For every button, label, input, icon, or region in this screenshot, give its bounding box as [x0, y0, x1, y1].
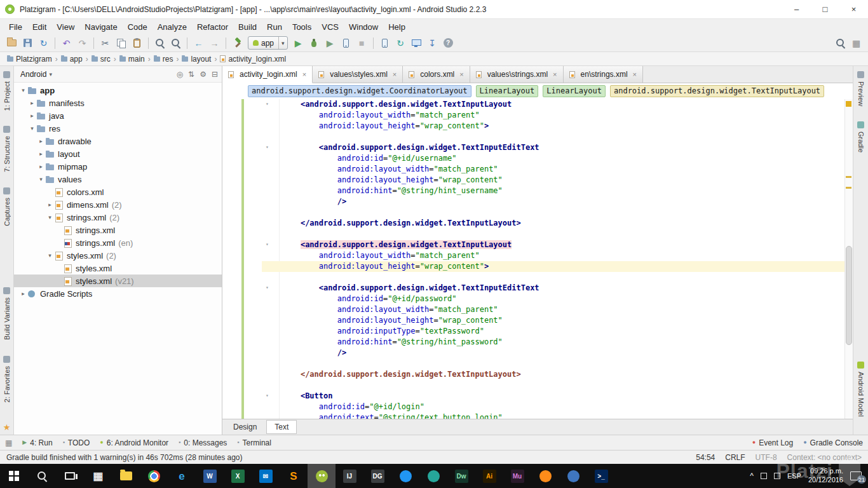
tag-chip-android-support-design-widget-textinputlayout[interactable]: android.support.design.widget.TextInputL… [610, 85, 824, 97]
app-grid[interactable]: ▦ [84, 464, 112, 488]
task-view-button[interactable] [56, 464, 84, 488]
code-line-22[interactable]: android:inputType="textPassword" [222, 326, 853, 337]
network-icon[interactable] [761, 473, 767, 479]
find-icon[interactable] [152, 36, 168, 51]
editor-tab-colors-xml[interactable]: colors.xml× [403, 66, 470, 83]
fold-marker-icon[interactable]: ▾ [266, 285, 275, 291]
tool-strip-android-model[interactable]: Android Model [857, 362, 865, 417]
tag-chip-linearlayout[interactable]: LinearLayout [543, 85, 606, 97]
close-icon[interactable]: × [459, 71, 463, 78]
code-line-8[interactable]: android:layout_height="wrap_content" [222, 175, 853, 186]
tray-expand-icon[interactable]: ^ [750, 471, 754, 480]
sublime-text[interactable]: S [280, 464, 308, 488]
settings-icon[interactable]: ⚙ [200, 70, 207, 79]
code-line-3[interactable]: android:layout_height="wrap_content"> [222, 121, 853, 132]
breadcrumb-res[interactable]: res [152, 54, 175, 64]
menu-help[interactable]: Help [383, 21, 410, 33]
run-icon[interactable]: ▶ [290, 36, 306, 51]
stop-icon[interactable]: ■ [354, 36, 370, 51]
edge[interactable]: e [168, 464, 196, 488]
expand-arrow-icon[interactable]: ▾ [19, 87, 27, 93]
tree-item-values[interactable]: ▾values [14, 173, 222, 186]
tool-strip-7-structure[interactable]: 7: Structure [3, 126, 11, 172]
tree-item-res[interactable]: ▾res [14, 122, 222, 135]
tool-strip-preview[interactable]: Preview [857, 71, 865, 106]
debug-icon[interactable] [306, 36, 322, 51]
breadcrumb-main[interactable]: main [118, 54, 147, 64]
breadcrumb-src[interactable]: src [90, 54, 112, 64]
collapse-all-icon[interactable]: ⇅ [188, 70, 194, 79]
save-all-icon[interactable] [20, 36, 36, 51]
close-button[interactable]: × [839, 0, 868, 18]
tree-item-colors-xml[interactable]: colors.xml [14, 186, 222, 198]
code-line-23[interactable]: android:hint="@string/hint_password" [222, 337, 853, 348]
code-line-27[interactable] [222, 380, 853, 391]
volume-icon[interactable] [774, 473, 780, 479]
code-line-9[interactable]: android:hint="@string/hint_username" [222, 186, 853, 196]
expand-arrow-icon[interactable]: ▾ [28, 125, 36, 132]
menu-tools[interactable]: Tools [287, 21, 316, 33]
expand-arrow-icon[interactable]: ▾ [46, 214, 54, 220]
menu-code[interactable]: Code [123, 21, 153, 33]
code-line-11[interactable] [222, 207, 853, 218]
run-config-combo[interactable]: app▾ [248, 36, 288, 50]
locate-source-icon[interactable]: ◎ [177, 70, 183, 79]
editor-tab-activity-login-xml[interactable]: activity_login.xml× [222, 66, 313, 83]
redo-icon[interactable]: ↷ [74, 36, 90, 51]
warning-stripe-mark[interactable] [846, 187, 851, 189]
maximize-button[interactable]: □ [811, 0, 839, 18]
code-line-19[interactable]: android:id="@+id/password" [222, 294, 853, 304]
expand-arrow-icon[interactable]: ▸ [37, 151, 45, 157]
excel[interactable]: X [224, 464, 252, 488]
open-icon[interactable] [4, 36, 20, 51]
avd-manager-icon[interactable] [377, 36, 393, 51]
muse[interactable]: Mu [503, 464, 531, 488]
breadcrumb-app[interactable]: app [59, 54, 85, 64]
undo-icon[interactable]: ↶ [58, 36, 74, 51]
sdk-manager-icon[interactable]: ↧ [424, 36, 440, 51]
code-line-25[interactable] [222, 358, 853, 369]
tree-item-styles-xml-2[interactable]: ▾styles.xml(2) [14, 249, 222, 262]
menu-refactor[interactable]: Refactor [192, 21, 233, 33]
hide-panel-icon[interactable]: ⊟ [212, 70, 218, 79]
code-line-14[interactable]: ▾ <android.support.design.widget.TextInp… [222, 240, 853, 250]
expand-arrow-icon[interactable]: ▸ [19, 290, 27, 297]
search-button[interactable] [28, 464, 56, 488]
file-explorer[interactable] [112, 464, 140, 488]
breadcrumb-activity-login-xml[interactable]: activity_login.xml [218, 54, 288, 64]
layout-inspector-icon[interactable] [409, 36, 424, 51]
tool-strip-gradle[interactable]: Gradle [857, 121, 865, 152]
tree-item-dimens-xml-2[interactable]: ▸dimens.xml(2) [14, 198, 222, 211]
menu-vcs[interactable]: VCS [316, 21, 344, 33]
back-icon[interactable]: ← [191, 36, 207, 51]
toolwindow-6-android-monitor[interactable]: ●6: Android Monitor [100, 438, 168, 447]
code-line-24[interactable]: /> [222, 348, 853, 358]
warning-stripe-mark[interactable] [846, 176, 851, 178]
chevron-down-icon[interactable]: ▾ [278, 37, 287, 49]
close-icon[interactable]: × [633, 71, 637, 78]
menu-window[interactable]: Window [344, 21, 383, 33]
intellij-idea[interactable]: IJ [336, 464, 363, 488]
tree-item-strings-xml[interactable]: strings.xml [14, 224, 222, 236]
toolwindow-event-log[interactable]: ●Event Log [752, 438, 793, 447]
fold-marker-icon[interactable]: ▾ [266, 241, 275, 248]
menu-edit[interactable]: Edit [27, 21, 51, 33]
start-button[interactable] [0, 464, 28, 488]
android-studio[interactable] [308, 464, 336, 488]
expand-arrow-icon[interactable]: ▸ [28, 112, 36, 119]
encoding-selector[interactable]: UTF-8 [756, 453, 777, 462]
code-line-7[interactable]: android:layout_width="match_parent" [222, 164, 853, 175]
code-line-13[interactable] [222, 229, 853, 240]
tree-item-manifests[interactable]: ▸manifests [14, 97, 222, 109]
app-blue-2[interactable] [559, 464, 587, 488]
powershell[interactable]: >_ [587, 464, 615, 488]
tree-item-layout[interactable]: ▸layout [14, 147, 222, 160]
code-line-6[interactable]: android:id="@+id/username" [222, 153, 853, 164]
help-icon[interactable]: ? [440, 36, 456, 51]
menu-view[interactable]: View [51, 21, 79, 33]
action-center-icon[interactable]: 21 [850, 471, 862, 480]
expand-arrow-icon[interactable]: ▾ [46, 252, 54, 259]
replace-icon[interactable] [168, 36, 184, 51]
dreamweaver[interactable]: Dw [447, 464, 475, 488]
code-line-29[interactable]: android:id="@+id/login" [222, 402, 853, 412]
